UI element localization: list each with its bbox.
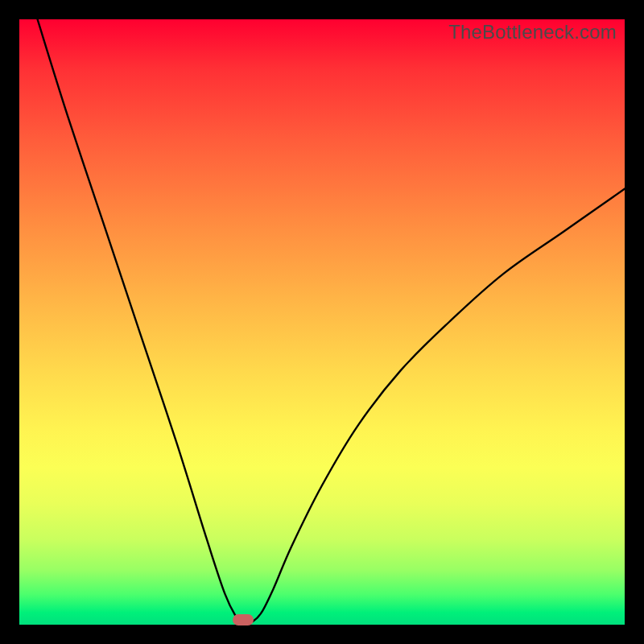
optimal-marker (233, 614, 254, 625)
chart-plot-area: TheBottleneck.com (19, 19, 625, 625)
bottleneck-curve (19, 19, 625, 625)
